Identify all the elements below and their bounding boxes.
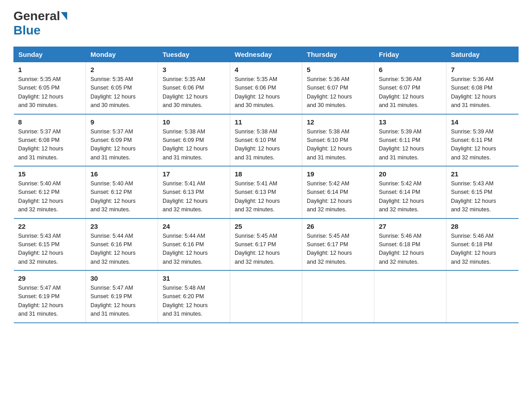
- calendar-cell: 3 Sunrise: 5:35 AMSunset: 6:06 PMDayligh…: [158, 62, 230, 114]
- day-info: Sunrise: 5:39 AMSunset: 6:11 PMDaylight:…: [451, 128, 514, 163]
- day-info: Sunrise: 5:47 AMSunset: 6:19 PMDaylight:…: [90, 284, 153, 319]
- weekday-header-monday: Monday: [86, 47, 158, 62]
- calendar-week-row: 8 Sunrise: 5:37 AMSunset: 6:08 PMDayligh…: [14, 114, 519, 167]
- calendar-cell: 24 Sunrise: 5:44 AMSunset: 6:16 PMDaylig…: [158, 218, 230, 271]
- calendar-cell: 8 Sunrise: 5:37 AMSunset: 6:08 PMDayligh…: [14, 114, 86, 167]
- day-info: Sunrise: 5:37 AMSunset: 6:08 PMDaylight:…: [18, 128, 82, 163]
- day-number: 21: [451, 170, 514, 178]
- calendar-cell: 2 Sunrise: 5:35 AMSunset: 6:05 PMDayligh…: [86, 62, 158, 114]
- weekday-header-friday: Friday: [374, 47, 446, 62]
- logo-arrow-icon: [61, 12, 67, 20]
- day-number: 16: [90, 170, 153, 178]
- day-info: Sunrise: 5:46 AMSunset: 6:18 PMDaylight:…: [379, 232, 442, 267]
- calendar-cell: [374, 270, 446, 323]
- logo-general-text: General: [13, 9, 60, 23]
- logo: General Blue: [13, 9, 68, 38]
- day-info: Sunrise: 5:40 AMSunset: 6:12 PMDaylight:…: [90, 180, 153, 214]
- calendar-cell: [302, 270, 374, 323]
- calendar-cell: 18 Sunrise: 5:41 AMSunset: 6:13 PMDaylig…: [230, 166, 302, 218]
- day-number: 22: [18, 223, 82, 230]
- day-number: 6: [379, 66, 442, 73]
- day-number: 13: [379, 118, 442, 126]
- day-number: 19: [307, 170, 369, 178]
- calendar-cell: [446, 270, 519, 323]
- calendar-table: SundayMondayTuesdayWednesdayThursdayFrid…: [13, 47, 519, 323]
- day-number: 20: [379, 170, 442, 178]
- calendar-cell: 11 Sunrise: 5:38 AMSunset: 6:10 PMDaylig…: [230, 114, 302, 167]
- day-number: 26: [307, 223, 369, 230]
- calendar-cell: 9 Sunrise: 5:37 AMSunset: 6:09 PMDayligh…: [86, 114, 158, 167]
- calendar-week-row: 22 Sunrise: 5:43 AMSunset: 6:15 PMDaylig…: [14, 218, 519, 271]
- day-number: 31: [163, 274, 225, 282]
- calendar-cell: 17 Sunrise: 5:41 AMSunset: 6:13 PMDaylig…: [158, 166, 230, 218]
- day-info: Sunrise: 5:41 AMSunset: 6:13 PMDaylight:…: [235, 180, 297, 214]
- calendar-cell: 27 Sunrise: 5:46 AMSunset: 6:18 PMDaylig…: [374, 218, 446, 271]
- day-number: 3: [163, 66, 225, 73]
- day-info: Sunrise: 5:39 AMSunset: 6:11 PMDaylight:…: [379, 128, 442, 163]
- calendar-cell: 12 Sunrise: 5:38 AMSunset: 6:10 PMDaylig…: [302, 114, 374, 167]
- day-info: Sunrise: 5:35 AMSunset: 6:06 PMDaylight:…: [163, 75, 225, 110]
- calendar-cell: 28 Sunrise: 5:46 AMSunset: 6:18 PMDaylig…: [446, 218, 519, 271]
- calendar-cell: [230, 270, 302, 323]
- calendar-week-row: 29 Sunrise: 5:47 AMSunset: 6:19 PMDaylig…: [14, 270, 519, 323]
- day-number: 9: [90, 118, 153, 126]
- day-number: 30: [90, 274, 153, 282]
- day-number: 15: [18, 170, 82, 178]
- calendar-cell: 16 Sunrise: 5:40 AMSunset: 6:12 PMDaylig…: [86, 166, 158, 218]
- day-info: Sunrise: 5:45 AMSunset: 6:17 PMDaylight:…: [235, 232, 297, 267]
- weekday-header-sunday: Sunday: [14, 47, 86, 62]
- day-number: 1: [18, 66, 82, 73]
- calendar-cell: 26 Sunrise: 5:45 AMSunset: 6:17 PMDaylig…: [302, 218, 374, 271]
- day-number: 12: [307, 118, 369, 126]
- weekday-header-wednesday: Wednesday: [230, 47, 302, 62]
- day-info: Sunrise: 5:37 AMSunset: 6:09 PMDaylight:…: [90, 128, 153, 163]
- calendar-cell: 21 Sunrise: 5:43 AMSunset: 6:15 PMDaylig…: [446, 166, 519, 218]
- day-info: Sunrise: 5:46 AMSunset: 6:18 PMDaylight:…: [451, 232, 514, 267]
- day-number: 17: [163, 170, 225, 178]
- calendar-cell: 22 Sunrise: 5:43 AMSunset: 6:15 PMDaylig…: [14, 218, 86, 271]
- day-info: Sunrise: 5:42 AMSunset: 6:14 PMDaylight:…: [379, 180, 442, 214]
- weekday-header-thursday: Thursday: [302, 47, 374, 62]
- logo-blue-text: Blue: [13, 23, 41, 38]
- day-info: Sunrise: 5:43 AMSunset: 6:15 PMDaylight:…: [451, 180, 514, 214]
- day-info: Sunrise: 5:41 AMSunset: 6:13 PMDaylight:…: [163, 180, 225, 214]
- calendar-cell: 6 Sunrise: 5:36 AMSunset: 6:07 PMDayligh…: [374, 62, 446, 114]
- weekday-header-row: SundayMondayTuesdayWednesdayThursdayFrid…: [14, 47, 519, 62]
- calendar-cell: 30 Sunrise: 5:47 AMSunset: 6:19 PMDaylig…: [86, 270, 158, 323]
- day-info: Sunrise: 5:35 AMSunset: 6:05 PMDaylight:…: [18, 75, 82, 110]
- calendar-cell: 31 Sunrise: 5:48 AMSunset: 6:20 PMDaylig…: [158, 270, 230, 323]
- day-info: Sunrise: 5:48 AMSunset: 6:20 PMDaylight:…: [163, 284, 225, 319]
- day-info: Sunrise: 5:45 AMSunset: 6:17 PMDaylight:…: [307, 232, 369, 267]
- day-number: 2: [90, 66, 153, 73]
- day-info: Sunrise: 5:47 AMSunset: 6:19 PMDaylight:…: [18, 284, 82, 319]
- day-number: 28: [451, 223, 514, 230]
- weekday-header-tuesday: Tuesday: [158, 47, 230, 62]
- calendar-cell: 5 Sunrise: 5:36 AMSunset: 6:07 PMDayligh…: [302, 62, 374, 114]
- day-info: Sunrise: 5:43 AMSunset: 6:15 PMDaylight:…: [18, 232, 82, 267]
- day-info: Sunrise: 5:40 AMSunset: 6:12 PMDaylight:…: [18, 180, 82, 214]
- page-header: General Blue: [13, 9, 519, 38]
- calendar-cell: 14 Sunrise: 5:39 AMSunset: 6:11 PMDaylig…: [446, 114, 519, 167]
- calendar-cell: 25 Sunrise: 5:45 AMSunset: 6:17 PMDaylig…: [230, 218, 302, 271]
- day-info: Sunrise: 5:36 AMSunset: 6:07 PMDaylight:…: [307, 75, 369, 110]
- day-info: Sunrise: 5:42 AMSunset: 6:14 PMDaylight:…: [307, 180, 369, 214]
- calendar-cell: 1 Sunrise: 5:35 AMSunset: 6:05 PMDayligh…: [14, 62, 86, 114]
- day-info: Sunrise: 5:36 AMSunset: 6:07 PMDaylight:…: [379, 75, 442, 110]
- calendar-cell: 10 Sunrise: 5:38 AMSunset: 6:09 PMDaylig…: [158, 114, 230, 167]
- calendar-week-row: 1 Sunrise: 5:35 AMSunset: 6:05 PMDayligh…: [14, 62, 519, 114]
- day-info: Sunrise: 5:38 AMSunset: 6:10 PMDaylight:…: [235, 128, 297, 163]
- day-number: 7: [451, 66, 514, 73]
- day-number: 11: [235, 118, 297, 126]
- day-number: 4: [235, 66, 297, 73]
- day-number: 27: [379, 223, 442, 230]
- calendar-cell: 13 Sunrise: 5:39 AMSunset: 6:11 PMDaylig…: [374, 114, 446, 167]
- day-info: Sunrise: 5:35 AMSunset: 6:05 PMDaylight:…: [90, 75, 153, 110]
- calendar-cell: 29 Sunrise: 5:47 AMSunset: 6:19 PMDaylig…: [14, 270, 86, 323]
- day-number: 23: [90, 223, 153, 230]
- calendar-cell: 15 Sunrise: 5:40 AMSunset: 6:12 PMDaylig…: [14, 166, 86, 218]
- day-info: Sunrise: 5:36 AMSunset: 6:08 PMDaylight:…: [451, 75, 514, 110]
- day-number: 25: [235, 223, 297, 230]
- day-info: Sunrise: 5:44 AMSunset: 6:16 PMDaylight:…: [163, 232, 225, 267]
- calendar-cell: 4 Sunrise: 5:35 AMSunset: 6:06 PMDayligh…: [230, 62, 302, 114]
- day-number: 18: [235, 170, 297, 178]
